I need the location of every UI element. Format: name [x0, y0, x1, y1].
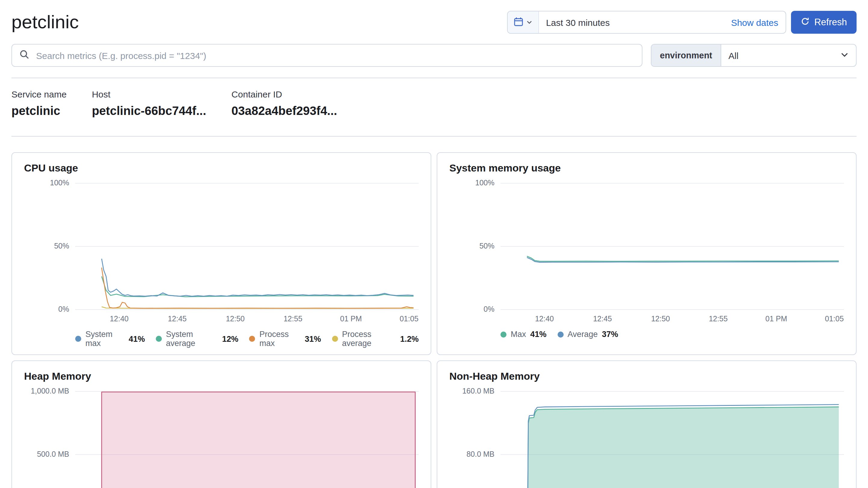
chart: 1,000.0 MB500.0 MB: [24, 391, 418, 488]
legend-dot-icon: [75, 336, 81, 342]
x-axis-label: 12:45: [593, 315, 612, 323]
x-axis-label: 12:40: [110, 315, 129, 323]
date-picker: Last 30 minutes Show dates: [507, 11, 786, 34]
y-axis-label: 1,000.0 MB: [31, 387, 69, 395]
chart-title: CPU usage: [24, 162, 418, 175]
service-metadata: Service name petclinic Host petclinic-66…: [11, 78, 857, 136]
meta-label: Service name: [11, 89, 66, 99]
search-row: environment All: [11, 44, 857, 67]
chart-plot-area: [75, 183, 418, 309]
chevron-down-icon: [840, 50, 849, 60]
x-axis-label: 12:55: [709, 315, 728, 323]
environment-label: environment: [651, 44, 721, 66]
x-axis: 12:4012:4512:5012:5501 PM01:05: [500, 309, 844, 325]
legend-dot-icon: [557, 331, 563, 337]
legend-item[interactable]: System max41%: [75, 330, 145, 348]
legend-item[interactable]: System average12%: [156, 330, 239, 348]
legend-item[interactable]: Average37%: [557, 330, 618, 339]
heap-memory-panel: Heap Memory 1,000.0 MB500.0 MB: [11, 360, 431, 488]
meta-value: petclinic: [11, 104, 66, 118]
legend-item[interactable]: Max41%: [500, 330, 547, 339]
chart-plot-area: [75, 391, 418, 488]
legend-value: 31%: [305, 334, 321, 343]
meta-container-id: Container ID 03a82a4bef293f4...: [231, 89, 337, 118]
y-axis: 160.0 MB80.0 MB: [450, 391, 500, 488]
x-axis-label: 01 PM: [766, 315, 787, 323]
chart: 160.0 MB80.0 MB: [450, 391, 844, 488]
y-axis-label: 0%: [58, 305, 69, 313]
legend-item[interactable]: Process max31%: [249, 330, 321, 348]
x-axis-label: 01:05: [825, 315, 844, 323]
legend-value: 1.2%: [400, 334, 418, 343]
charts-grid: CPU usage 100%50%0% 12:4012:4512:5012:55…: [11, 152, 857, 488]
x-axis-label: 12:40: [535, 315, 554, 323]
legend-item[interactable]: Process average1.2%: [332, 330, 418, 348]
legend-value: 37%: [602, 330, 618, 339]
x-axis-label: 12:45: [168, 315, 187, 323]
x-axis-label: 01 PM: [340, 315, 362, 323]
y-axis: 100%50%0%: [450, 183, 500, 309]
chart-title: Heap Memory: [24, 371, 418, 383]
search-icon: [19, 49, 29, 62]
divider: [11, 136, 857, 136]
y-axis-label: 100%: [50, 179, 69, 187]
meta-service-name: Service name petclinic: [11, 89, 66, 118]
meta-host: Host petclinic-66bc744f...: [92, 89, 206, 118]
y-axis-label: 80.0 MB: [466, 450, 494, 459]
legend-label: Process average: [342, 330, 396, 348]
date-range-label[interactable]: Last 30 minutes: [539, 17, 724, 27]
environment-select[interactable]: All: [721, 44, 856, 66]
x-axis: 12:4012:4512:5012:5501 PM01:05: [75, 309, 418, 325]
page-header: petclinic Last 30 minutes Show dates: [11, 0, 857, 34]
legend-label: Average: [567, 330, 598, 339]
y-axis-label: 100%: [475, 179, 494, 187]
refresh-button[interactable]: Refresh: [791, 11, 857, 34]
legend-label: Process max: [259, 330, 301, 348]
x-axis-label: 12:50: [226, 315, 245, 323]
date-quick-select-button[interactable]: [507, 11, 539, 33]
meta-value: petclinic-66bc744f...: [92, 104, 206, 118]
show-dates-link[interactable]: Show dates: [724, 17, 785, 27]
meta-value: 03a82a4bef293f4...: [231, 104, 337, 118]
legend-label: System average: [166, 330, 218, 348]
cpu-usage-panel: CPU usage 100%50%0% 12:4012:4512:5012:55…: [11, 152, 431, 355]
chart-title: Non-Heap Memory: [450, 371, 844, 383]
x-axis-label: 12:55: [284, 315, 303, 323]
meta-label: Container ID: [231, 89, 337, 99]
y-axis-label: 50%: [54, 242, 69, 250]
legend-label: System max: [85, 330, 125, 348]
y-axis-label: 50%: [479, 242, 494, 250]
calendar-icon: [514, 17, 523, 28]
environment-filter: environment All: [651, 44, 857, 67]
search-input-wrapper: [11, 44, 643, 67]
legend-dot-icon: [500, 331, 506, 337]
meta-label: Host: [92, 89, 206, 99]
chart-legend: System max41%System average12%Process ma…: [75, 330, 418, 348]
x-axis-label: 01:05: [400, 315, 418, 323]
chart: 100%50%0% 12:4012:4512:5012:5501 PM01:05: [450, 183, 844, 325]
refresh-icon: [800, 17, 809, 28]
legend-value: 41%: [530, 330, 547, 339]
non-heap-memory-panel: Non-Heap Memory 160.0 MB80.0 MB: [437, 360, 857, 488]
chart-title: System memory usage: [450, 162, 844, 175]
legend-label: Max: [511, 330, 526, 339]
y-axis: 100%50%0%: [24, 183, 75, 309]
page-title: petclinic: [11, 11, 79, 33]
legend-dot-icon: [332, 336, 338, 342]
refresh-button-label: Refresh: [814, 17, 847, 28]
legend-dot-icon: [156, 336, 162, 342]
environment-selected-value: All: [728, 50, 738, 60]
y-axis-label: 500.0 MB: [37, 450, 69, 459]
header-controls: Last 30 minutes Show dates Refresh: [507, 11, 857, 34]
x-axis-label: 12:50: [651, 315, 670, 323]
search-input[interactable]: [35, 50, 634, 61]
y-axis: 1,000.0 MB500.0 MB: [24, 391, 75, 488]
chart-plot-area: [500, 183, 844, 309]
chart-legend: Max41%Average37%: [500, 330, 844, 339]
apm-metrics-page: petclinic Last 30 minutes Show dates: [0, 0, 868, 488]
y-axis-label: 0%: [484, 305, 494, 313]
y-axis-label: 160.0 MB: [462, 387, 494, 395]
legend-dot-icon: [249, 336, 255, 342]
legend-value: 41%: [129, 334, 145, 343]
chart-plot-area: [500, 391, 844, 488]
